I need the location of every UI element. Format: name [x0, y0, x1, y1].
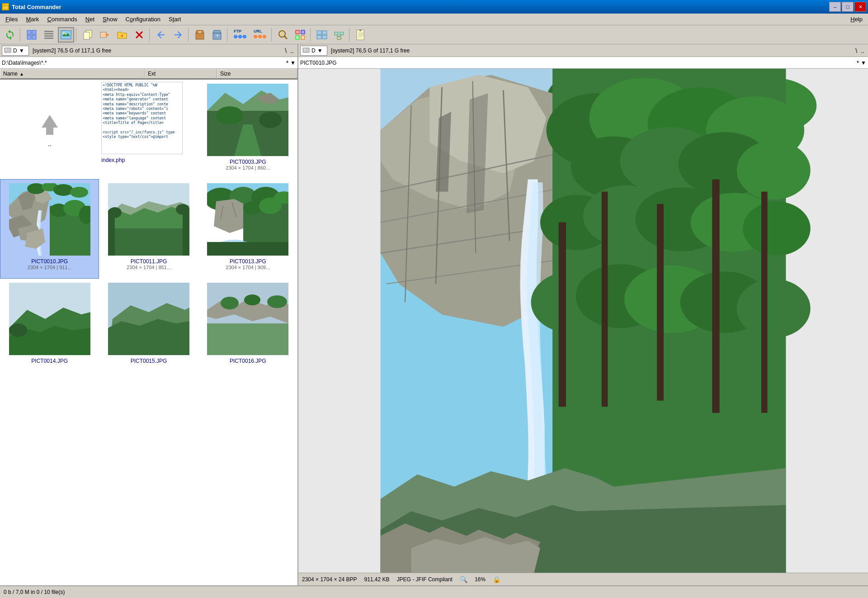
- lock-icon[interactable]: 🔒: [493, 576, 500, 583]
- back-button[interactable]: [153, 27, 169, 43]
- svg-point-29: [258, 35, 262, 38]
- list-view-button[interactable]: [41, 27, 57, 43]
- up-arrow-icon: [36, 111, 63, 138]
- svg-rect-163: [657, 204, 664, 401]
- svg-rect-9: [44, 35, 53, 37]
- svg-point-105: [9, 323, 27, 337]
- minimize-button[interactable]: –: [829, 2, 841, 12]
- left-path-wildcard[interactable]: *: [286, 59, 288, 66]
- right-path-sep[interactable]: \: [855, 47, 857, 54]
- col-size-label: Size: [220, 71, 231, 77]
- menu-commands[interactable]: Commands: [43, 15, 80, 24]
- svg-rect-42: [317, 35, 321, 39]
- left-path-sep[interactable]: \: [285, 47, 287, 54]
- right-path-wildcard[interactable]: *: [857, 59, 859, 66]
- file-list[interactable]: .. <!DOCTYPE HTML PUBLIC "%W <html><head…: [0, 80, 297, 585]
- toolbar-separator-3: [149, 28, 151, 42]
- unpack-button[interactable]: [209, 27, 225, 43]
- menu-files[interactable]: Files: [2, 15, 21, 24]
- up-dir-item[interactable]: ..: [0, 80, 99, 179]
- maximize-button[interactable]: □: [842, 2, 854, 12]
- list-item[interactable]: PICT0016.JPG: [198, 279, 297, 378]
- left-drive-arrow: ▼: [19, 47, 24, 54]
- left-drive-letter: D: [13, 47, 17, 54]
- col-header-ext[interactable]: Ext: [145, 69, 217, 79]
- svg-point-30: [263, 35, 266, 38]
- sync-button[interactable]: [314, 27, 330, 43]
- svg-point-113: [267, 295, 287, 308]
- left-panel: D ▼ [system2] 76,5 G of 117,1 G free \ .…: [0, 44, 298, 585]
- image-file-name: PICT0015.JPG: [131, 358, 167, 364]
- col-header-size[interactable]: Size: [217, 69, 297, 79]
- svg-rect-164: [712, 180, 719, 413]
- up-dir-label: ..: [48, 140, 52, 147]
- file-thumbnail: [207, 183, 288, 256]
- pack-button[interactable]: [192, 27, 208, 43]
- svg-line-34: [284, 36, 287, 39]
- menu-help[interactable]: Help: [847, 15, 866, 24]
- move-button[interactable]: [97, 27, 113, 43]
- toolbar-separator-7: [310, 28, 312, 42]
- svg-rect-21: [198, 31, 201, 33]
- menu-start[interactable]: Start: [165, 15, 184, 24]
- thumbnails-view-button[interactable]: [24, 27, 40, 43]
- file-thumbnail: [9, 183, 90, 256]
- select-all-button[interactable]: [292, 27, 308, 43]
- svg-rect-114: [207, 323, 288, 355]
- svg-marker-94: [214, 199, 248, 233]
- svg-rect-116: [304, 49, 306, 50]
- svg-point-112: [244, 294, 260, 305]
- copy-button[interactable]: [80, 27, 96, 43]
- preview-zoom: 16%: [475, 576, 486, 583]
- menu-show[interactable]: Show: [99, 15, 121, 24]
- forward-button[interactable]: [170, 27, 186, 43]
- list-item[interactable]: PICT0014.JPG: [0, 279, 99, 378]
- right-path-text: PICT0010.JPG: [300, 60, 857, 66]
- svg-rect-46: [337, 37, 341, 39]
- php-file-item[interactable]: <!DOCTYPE HTML PUBLIC "%W <html><head> <…: [99, 80, 198, 179]
- toolbar-separator-1: [20, 28, 22, 42]
- delete-button[interactable]: [131, 27, 147, 43]
- ftp-button[interactable]: FTP: [231, 27, 250, 43]
- svg-point-23: [234, 35, 237, 38]
- svg-rect-162: [602, 192, 608, 407]
- toolbar-separator-8: [349, 28, 351, 42]
- menu-mark[interactable]: Mark: [22, 15, 42, 24]
- right-path-up[interactable]: ..: [861, 47, 864, 54]
- notepad-button[interactable]: [353, 27, 369, 43]
- menu-configuration[interactable]: Configuration: [122, 15, 164, 24]
- list-item[interactable]: PICT0015.JPG: [99, 279, 198, 378]
- list-item[interactable]: PICT0010.JPG 2304 × 1704 | 911...: [0, 179, 99, 279]
- svg-rect-36: [296, 30, 299, 34]
- network-button[interactable]: [331, 27, 347, 43]
- svg-point-13: [63, 32, 65, 34]
- list-item[interactable]: PICT0013.JPG 2304 × 1704 | 909...: [198, 179, 297, 279]
- svg-point-24: [238, 35, 242, 38]
- list-item[interactable]: PICT0003.JPG 2304 × 1704 | 860...: [198, 80, 297, 179]
- image-file-name: PICT0010.JPG: [31, 258, 68, 265]
- left-drive-selector[interactable]: D ▼: [2, 46, 29, 56]
- url-button[interactable]: URL: [250, 27, 269, 43]
- svg-marker-57: [42, 115, 58, 128]
- preview-button[interactable]: [58, 27, 74, 43]
- window-title: Total Commander: [12, 4, 61, 10]
- menu-net[interactable]: Net: [82, 15, 98, 24]
- magnify-icon[interactable]: 🔍: [460, 576, 467, 583]
- svg-line-47: [336, 35, 339, 37]
- menu-bar: Files Mark Commands Net Show Configurati…: [0, 14, 868, 25]
- right-path-dropdown[interactable]: ▼: [861, 60, 866, 66]
- php-code-preview: <!DOCTYPE HTML PUBLIC "%W <html><head> <…: [101, 82, 183, 154]
- close-button[interactable]: ✕: [854, 2, 866, 12]
- left-path-dropdown[interactable]: ▼: [290, 60, 296, 66]
- svg-rect-39: [301, 36, 305, 39]
- find-button[interactable]: [275, 27, 291, 43]
- svg-rect-56: [5, 49, 7, 50]
- col-header-name[interactable]: Name ▲: [0, 69, 145, 79]
- svg-line-48: [339, 35, 342, 37]
- newdir-button[interactable]: +: [114, 27, 130, 43]
- list-item[interactable]: PICT0011.JPG 2304 × 1704 | 851...: [99, 179, 198, 279]
- left-path-up[interactable]: ..: [290, 47, 294, 54]
- refresh-button[interactable]: [2, 27, 18, 43]
- right-drive-selector[interactable]: D ▼: [300, 46, 327, 56]
- main-area: D ▼ [system2] 76,5 G of 117,1 G free \ .…: [0, 44, 868, 585]
